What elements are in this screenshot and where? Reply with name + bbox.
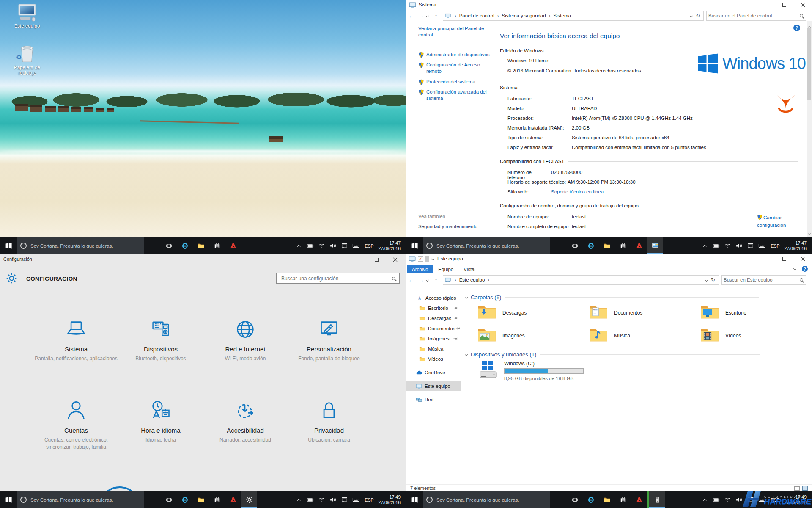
cortana-search-box[interactable]: Soy Cortana. Pregunta lo que quieras. — [423, 491, 550, 508]
qat-new-folder-icon[interactable] — [425, 256, 429, 262]
sidebar-item-device-manager[interactable]: Administrador de dispositivos — [426, 52, 498, 58]
adobe-icon[interactable] — [631, 491, 647, 508]
large-icons-view-button[interactable] — [802, 486, 808, 491]
settings-search-input[interactable] — [280, 275, 392, 282]
adobe-icon[interactable] — [631, 237, 647, 254]
forward-button[interactable]: → — [416, 277, 426, 283]
close-button[interactable] — [793, 254, 812, 263]
online-support-link[interactable]: Soporte técnico en línea — [551, 189, 604, 194]
folder-musica[interactable]: Música — [589, 327, 630, 345]
file-explorer-icon[interactable] — [193, 491, 209, 508]
sidebar-item-remote-access[interactable]: Configuración de Acceso remoto — [426, 62, 481, 75]
volume-icon[interactable] — [327, 237, 339, 254]
language-indicator[interactable]: ESP — [768, 243, 782, 248]
taskbar-clock[interactable]: 17:4727/09/2016 — [376, 240, 404, 251]
tab-equipo[interactable]: Equipo — [433, 265, 458, 273]
sidebar-imagenes[interactable]: Imágenes — [406, 334, 461, 344]
scrollbar-thumb[interactable] — [807, 28, 811, 100]
store-icon[interactable] — [615, 237, 631, 254]
task-view-button[interactable] — [567, 491, 583, 508]
start-button[interactable] — [0, 237, 17, 254]
tab-archivo[interactable]: Archivo — [407, 265, 433, 273]
scrollbar[interactable] — [807, 21, 812, 237]
folder-documentos[interactable]: Documentos — [589, 304, 642, 322]
wifi-icon[interactable] — [316, 237, 327, 254]
back-button[interactable]: ← — [406, 277, 416, 283]
battery-icon[interactable] — [304, 237, 316, 254]
close-button[interactable] — [386, 255, 404, 264]
maximize-button[interactable] — [367, 255, 386, 264]
search-input[interactable] — [707, 13, 800, 18]
qat-customize-chevron[interactable] — [431, 257, 434, 260]
wifi-icon[interactable] — [722, 491, 733, 508]
settings-tile-devices[interactable]: DispositivosBluetooth, dispositivos — [118, 317, 203, 362]
settings-tile-time-language[interactable]: Hora e idiomaIdioma, fecha — [118, 398, 203, 444]
refresh-icon[interactable]: ↻ — [692, 13, 703, 19]
store-icon[interactable] — [209, 237, 225, 254]
start-button[interactable] — [0, 491, 17, 508]
settings-search-box[interactable] — [276, 273, 400, 284]
breadcrumb-system[interactable]: Sistema — [552, 13, 572, 18]
tray-chevron-up-icon[interactable] — [293, 491, 304, 508]
drive-windows-c[interactable]: Windows (C:) 8,95 GB disponibles de 19,8… — [477, 361, 584, 381]
devices-group-header[interactable]: Dispositivos y unidades (1) — [465, 351, 760, 358]
edge-icon[interactable] — [583, 491, 599, 508]
sidebar-documentos[interactable]: Documentos — [406, 323, 461, 334]
file-explorer-icon[interactable] — [599, 491, 615, 508]
settings-tile-accounts[interactable]: CuentasCuentas, correo electrónico, sinc… — [34, 398, 118, 451]
sidebar-item-home[interactable]: Ventana principal del Panel de control — [418, 25, 490, 38]
qat-properties-icon[interactable]: ✓ — [418, 256, 423, 262]
show-desktop-button[interactable] — [810, 237, 812, 254]
settings-tile-system[interactable]: SistemaPantalla, notificaciones, aplicac… — [34, 317, 118, 362]
store-icon[interactable] — [615, 491, 631, 508]
sidebar-this-pc[interactable]: Este equipo — [406, 381, 461, 391]
folder-escritorio[interactable]: Escritorio — [700, 304, 746, 322]
battery-icon[interactable] — [304, 491, 316, 508]
folders-group-header[interactable]: Carpetas (6) — [465, 294, 759, 301]
maximize-button[interactable] — [775, 0, 793, 9]
notifications-icon[interactable] — [339, 491, 350, 508]
settings-tile-privacy[interactable]: PrivacidadUbicación, cámara — [287, 398, 371, 444]
sidebar-descargas[interactable]: Descargas — [406, 313, 461, 323]
tray-chevron-up-icon[interactable] — [293, 237, 304, 254]
sidebar-musica[interactable]: Música — [406, 344, 461, 354]
minimize-button[interactable] — [348, 255, 367, 264]
tray-chevron-up-icon[interactable] — [699, 237, 710, 254]
sidebar-item-security-maintenance[interactable]: Seguridad y mantenimiento — [418, 224, 477, 229]
wifi-icon[interactable] — [316, 491, 327, 508]
back-button[interactable]: ← — [406, 13, 416, 19]
file-explorer-icon[interactable] — [193, 237, 209, 254]
sidebar-onedrive[interactable]: OneDrive — [406, 367, 461, 378]
settings-tile-accessibility[interactable]: AccesibilidadNarrador, accesibilidad — [203, 398, 288, 444]
system-titlebar[interactable]: Sistema — [406, 0, 812, 9]
help-button[interactable]: ? — [802, 266, 808, 272]
forward-button[interactable]: → — [416, 13, 426, 19]
taskbar-clock[interactable]: 17:4727/09/2016 — [782, 240, 810, 251]
cortana-search-box[interactable]: Soy Cortana. Pregunta lo que quieras. — [17, 491, 144, 508]
change-settings-link[interactable]: Cambiar configuración — [757, 214, 804, 229]
breadcrumb-system-security[interactable]: Sistema y seguridad — [501, 13, 546, 18]
tray-chevron-up-icon[interactable] — [699, 491, 710, 508]
sidebar-network[interactable]: Red — [406, 395, 461, 405]
start-button[interactable] — [406, 491, 423, 508]
up-button[interactable]: ↑ — [431, 277, 441, 283]
taskbar-clock[interactable]: 17:4927/09/2016 — [376, 494, 404, 505]
cortana-search-box[interactable]: Soy Cortana. Pregunta lo que quieras. — [17, 237, 144, 254]
file-explorer-icon[interactable] — [599, 237, 615, 254]
explorer-titlebar[interactable]: ✓ Este equipo — [406, 254, 812, 263]
settings-tile-personalization[interactable]: PersonalizaciónFondo, pantalla de bloque… — [287, 317, 371, 362]
sidebar-escritorio[interactable]: Escritorio — [406, 303, 461, 313]
touch-keyboard-icon[interactable] — [756, 237, 768, 254]
notifications-icon[interactable] — [339, 237, 350, 254]
task-view-button[interactable] — [161, 237, 177, 254]
notifications-icon[interactable] — [745, 237, 756, 254]
language-indicator[interactable]: ESP — [362, 243, 376, 248]
folder-descargas[interactable]: Descargas — [477, 304, 527, 322]
sidebar-quick-access[interactable]: ★Acceso rápido — [406, 293, 461, 303]
refresh-icon[interactable]: ↻ — [708, 277, 719, 283]
language-indicator[interactable]: ESP — [362, 497, 376, 502]
folder-imagenes[interactable]: Imágenes — [477, 327, 525, 345]
adobe-icon[interactable] — [225, 491, 241, 508]
volume-icon[interactable] — [327, 491, 339, 508]
cortana-search-box[interactable]: Soy Cortana. Pregunta lo que quieras. — [423, 237, 550, 254]
